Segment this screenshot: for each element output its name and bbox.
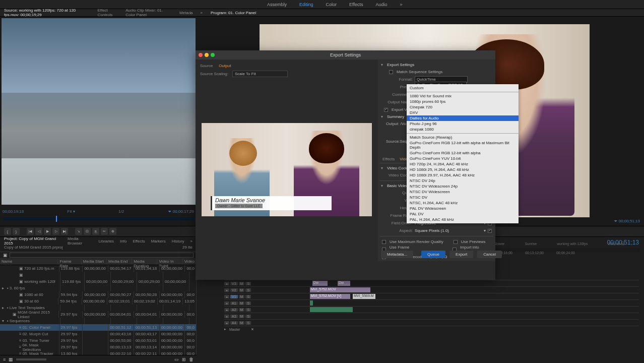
clip[interactable]: Dw [338, 281, 350, 286]
tab-project[interactable]: Project: Copy of MGM Grand 2015 [4, 236, 61, 246]
preset-option[interactable]: NTSC DV [407, 195, 519, 200]
track-lock-icon[interactable]: ⬥ [224, 308, 229, 312]
table-row[interactable]: ≡01. Color Panel29.97 fps00;00;51;1200;0… [0, 324, 197, 331]
tab-info[interactable]: Info [120, 239, 126, 244]
marker[interactable]: Sunrise [525, 242, 537, 249]
tab-metadata[interactable]: Metada [179, 11, 193, 15]
track-lock-icon[interactable]: ⬥ [224, 288, 229, 292]
expand-icon[interactable]: ⨯ [249, 327, 255, 331]
source-scrubber[interactable] [3, 217, 194, 220]
list-view-icon[interactable]: ≡ [3, 357, 6, 362]
scaling-select[interactable]: Scale To Fit [232, 71, 288, 77]
ws-color[interactable]: Color [326, 2, 337, 7]
ws-assembly[interactable]: Assembly [267, 2, 287, 7]
ws-audio[interactable]: Audio [375, 2, 387, 7]
track-V2[interactable]: ⬥V2MSMVI_5752.MOV [224, 286, 639, 293]
track-target[interactable]: V3 [230, 282, 238, 285]
preset-option[interactable]: GoPro CineForm YUV 10-bit [407, 156, 519, 161]
use-previews-checkbox[interactable] [454, 240, 458, 244]
track-A2[interactable]: ⬥A2MS [224, 306, 639, 313]
table-row[interactable]: ≡04. Mask Selections29.97 fps00;00;13;13… [0, 344, 197, 350]
track-mute[interactable]: M [239, 308, 245, 312]
ws-overflow-icon[interactable]: » [400, 2, 402, 7]
col-duration[interactable]: Media Duration [132, 258, 157, 265]
track-target[interactable]: A4 [230, 321, 238, 325]
preset-option[interactable]: cinepak 1080 [407, 127, 519, 132]
trash-icon[interactable]: 🗑 [189, 357, 194, 362]
chevron-down-icon[interactable]: ▾ [484, 228, 486, 233]
insert-button[interactable]: ↘ [75, 228, 82, 235]
track-target[interactable]: V2 [230, 288, 238, 292]
match-seq-checkbox[interactable] [389, 70, 393, 74]
table-row[interactable]: ▾▪Sequences [0, 318, 197, 324]
bin-icon[interactable]: ▣ [3, 253, 8, 258]
cancel-button[interactable]: Cancel [477, 251, 502, 258]
disclosure-icon[interactable]: ▾ [381, 114, 385, 119]
table-row[interactable]: ▸▪3. 60 fps [0, 285, 197, 291]
col-framerate[interactable]: Frame Rate [58, 258, 81, 265]
track-A1[interactable]: ⬥A1MS [224, 299, 639, 306]
track-mute[interactable]: M [239, 321, 245, 325]
step-back-button[interactable]: ◁ [35, 228, 42, 235]
track-mute[interactable]: M [239, 295, 245, 298]
tab-media-browser[interactable]: Media Browser [68, 236, 92, 246]
icon-view-icon[interactable]: ▦ [9, 357, 13, 362]
preset-option[interactable]: HD 1080i 25, H.264, AAC 48 kHz [407, 167, 519, 172]
source-preview[interactable] [2, 18, 196, 205]
maximize-icon[interactable] [211, 53, 215, 57]
marker[interactable]: Slower [494, 242, 504, 249]
track-A4[interactable]: ⬥A4MS [224, 319, 639, 326]
clip[interactable]: Dw [312, 281, 328, 286]
track-target[interactable]: V1 [230, 295, 238, 298]
preset-option[interactable]: 1080 Vid for Sound mix [407, 93, 519, 99]
track-lock-icon[interactable]: ⬥ [224, 282, 229, 285]
track-mute[interactable]: M [239, 288, 245, 292]
preset-option[interactable]: 1080p prores 60 fps [407, 99, 519, 104]
table-row[interactable]: ▣30 at 6059.94 fps00;00;00;0000;02;19;01… [0, 298, 197, 305]
zoom-slider[interactable] [16, 358, 46, 360]
tab-overflow-icon[interactable]: » [201, 11, 203, 15]
metadata-button[interactable]: Metadata... [381, 251, 413, 258]
table-row[interactable]: ▣720 at 120 fps.m119.88 fps00;00;00;0000… [0, 265, 197, 272]
preset-option[interactable]: NTSC DV Widescreen [407, 189, 519, 195]
clip[interactable] [310, 307, 353, 312]
clip[interactable] [310, 300, 313, 306]
clip[interactable]: MVI_5569.M [353, 294, 375, 299]
program-tab[interactable]: Program: 01. Color Panel [211, 11, 256, 15]
preset-option[interactable]: NTSC DV 24p [407, 178, 519, 184]
tab-history[interactable]: History [172, 239, 184, 244]
disclosure-icon[interactable]: ▾ [381, 166, 385, 170]
table-row[interactable]: ≡05. Mask Tracker13.80 fps00:00:22:1000:… [0, 350, 197, 355]
track-mute[interactable]: M [239, 315, 245, 318]
preset-option[interactable]: GoPro CineForm RGB 12-bit with alpha at … [407, 140, 519, 150]
ws-effects[interactable]: Effects [349, 2, 363, 7]
track-lock-icon[interactable]: ⬥ [224, 315, 229, 318]
track-V3[interactable]: ⬥V3MSDwDw [224, 280, 639, 286]
col-media-end[interactable]: Media End [107, 258, 132, 265]
table-row[interactable]: ▣ [0, 272, 197, 278]
track-target[interactable]: A3 [230, 315, 238, 318]
clip[interactable]: MVI_5752.MOV [310, 287, 370, 292]
minimize-icon[interactable] [205, 53, 209, 57]
source-tab[interactable]: Source: working with 120fps: 720 at 120 … [4, 8, 90, 17]
track-mute[interactable]: M [239, 282, 245, 285]
aspect-value[interactable]: Square Pixels (1.0) [415, 228, 449, 233]
preset-option[interactable]: Dailies for Audio [407, 115, 519, 121]
aspect-lock[interactable] [488, 229, 492, 233]
mark-in-button[interactable]: { [4, 228, 11, 235]
export-frame-button[interactable]: ⎘ [92, 228, 99, 235]
track-mute[interactable]: M [239, 301, 245, 305]
go-in-button[interactable]: |◀ [27, 228, 34, 235]
col-video-in[interactable]: Video In Point [157, 258, 182, 265]
tab-overflow-icon[interactable]: » [190, 239, 192, 244]
track-A3[interactable]: ⬥A3MS [224, 313, 639, 319]
tool-button[interactable]: ✂ [101, 228, 108, 235]
preset-option[interactable]: NTSC DV Widescreen 24p [407, 184, 519, 189]
marker-icon[interactable]: ⏷ [614, 219, 618, 223]
source-fit-menu[interactable]: Fit ▾ [68, 209, 75, 214]
preset-option[interactable]: DXV [407, 110, 519, 115]
col-media-start[interactable]: Media Start [82, 258, 107, 265]
export-button[interactable]: Export [449, 251, 473, 258]
disclosure-icon[interactable]: ▾ [381, 184, 385, 188]
table-row[interactable]: ▣MGM Grand 2015 Linked29.97 fps00;00;00;… [0, 311, 197, 318]
